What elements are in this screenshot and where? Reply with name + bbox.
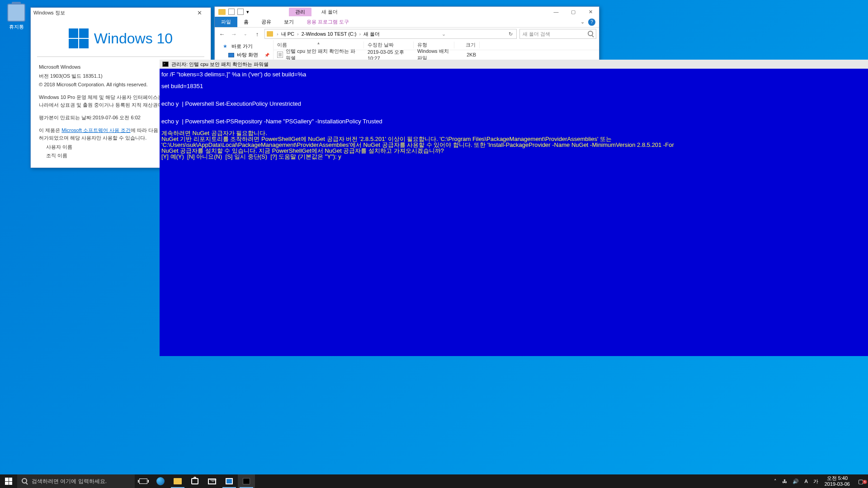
folder-icon (267, 31, 273, 37)
recycle-bin-icon (7, 4, 25, 22)
breadcrumb[interactable]: 내 PC (280, 31, 295, 38)
cmd-titlebar[interactable]: 관리자: 인텔 cpu 보안 패치 확인하는 파워쉘 (160, 60, 868, 69)
close-button[interactable]: ✕ (582, 9, 599, 15)
taskbar-edge[interactable] (152, 474, 169, 488)
winver-title: Windows 정보 (33, 9, 65, 16)
terminal-output[interactable]: for /F "tokens=3 delims=.]" %a in ('ver'… (160, 69, 868, 162)
table-row[interactable]: 인텔 cpu 보안 패치 확인하는 파워쉘 2019-03-05 오후 10:2… (274, 50, 599, 59)
forward-button[interactable]: → (229, 31, 238, 38)
task-view-button[interactable] (135, 474, 152, 488)
cmd-icon (243, 478, 250, 484)
tab-home[interactable]: 홈 (237, 17, 255, 27)
tray-overflow-icon[interactable]: ˄ (771, 479, 779, 484)
volume-icon[interactable]: 🔊 (790, 479, 802, 484)
desktop-icon (228, 53, 234, 57)
search-input[interactable]: 새 폴더 검색 (519, 29, 596, 39)
tab-share[interactable]: 공유 (255, 17, 278, 27)
minimize-button[interactable]: — (547, 9, 565, 15)
store-icon (191, 478, 198, 484)
search-icon (588, 31, 593, 37)
taskbar: 검색하려면 여기에 입력하세요. ˄ 🖧 🔊 A 가 오전 5:40 2019-… (0, 474, 868, 488)
search-icon (22, 478, 27, 485)
star-icon: ★ (223, 43, 229, 49)
windows-logo-area: Windows 10 (31, 18, 211, 56)
folder-icon (218, 9, 226, 15)
taskbar-store[interactable] (186, 474, 203, 488)
qat-dropdown[interactable]: ▾ (246, 9, 249, 15)
tab-app-tools[interactable]: 응용 프로그램 도구 (300, 17, 355, 27)
search-placeholder: 새 폴더 검색 (523, 31, 550, 38)
cmd-title: 관리자: 인텔 cpu 보안 패치 확인하는 파워쉘 (171, 61, 269, 68)
recycle-bin-label: 휴지통 (5, 23, 27, 30)
ribbon-tabs: 파일 홈 공유 보기 응용 프로그램 도구 ⌄ ? (215, 17, 599, 28)
col-name[interactable]: ▲이름 (274, 42, 364, 48)
col-date[interactable]: 수정한 날짜 (364, 42, 414, 48)
search-placeholder: 검색하려면 여기에 입력하세요. (32, 478, 107, 485)
quick-access-toolbar: ▾ (215, 9, 253, 15)
dropdown-icon[interactable]: ⌄ (441, 31, 447, 37)
clock-time: 오전 5:40 (825, 475, 850, 481)
sort-asc-icon: ▲ (317, 41, 321, 45)
tab-file[interactable]: 파일 (215, 17, 237, 27)
sidebar-item-desktop[interactable]: 바탕 화면 📌 (215, 51, 273, 59)
edge-icon (156, 477, 165, 485)
notification-badge: 5 (863, 480, 867, 484)
close-icon[interactable]: ✕ (191, 9, 208, 16)
notification-icon[interactable]: ▢5 (854, 478, 868, 485)
maximize-button[interactable]: ▢ (565, 9, 582, 15)
dropdown-icon[interactable]: ⌄ (241, 32, 250, 36)
taskbar-search[interactable]: 검색하려면 여기에 입력하세요. (17, 474, 135, 488)
taskbar-winver[interactable] (221, 474, 238, 488)
windows-icon (5, 478, 12, 485)
tab-view[interactable]: 보기 (278, 17, 300, 27)
task-view-icon (139, 479, 147, 484)
license-link[interactable]: Microsoft 소프트웨어 사용 조건 (61, 127, 131, 133)
taskbar-mail[interactable] (203, 474, 221, 488)
clock[interactable]: 오전 5:40 2019-03-06 (821, 475, 854, 487)
back-button[interactable]: ← (217, 31, 226, 38)
contextual-tab-label: 관리 (289, 8, 311, 16)
clock-date: 2019-03-06 (825, 481, 850, 487)
warning-text: 계속하려면 NuGet 공급자가 필요합니다. NuGet 기반 리포지토리를 … (161, 130, 866, 160)
windows-logo-icon (69, 28, 89, 48)
folder-icon (174, 478, 182, 484)
sidebar-item-quick-access[interactable]: ★ 바로 가기 (215, 42, 273, 51)
col-size[interactable]: 크기 (454, 42, 480, 48)
pin-icon: 📌 (264, 53, 269, 57)
recycle-bin[interactable]: 휴지통 (5, 4, 27, 30)
breadcrumb[interactable]: 2-Windows 10 TEST (C:) (301, 31, 358, 37)
ime-korean-icon[interactable]: 가 (811, 478, 821, 485)
breadcrumb[interactable]: 새 폴더 (363, 31, 381, 38)
help-icon[interactable]: ? (588, 19, 595, 26)
window-title: 새 폴더 (315, 8, 344, 16)
windows-logo-text: Windows 10 (94, 30, 173, 47)
qat-btn[interactable] (237, 9, 244, 15)
network-icon[interactable]: 🖧 (779, 479, 790, 484)
mail-icon (208, 479, 216, 484)
system-tray: ˄ 🖧 🔊 A 가 오전 5:40 2019-03-06 ▢5 (771, 474, 868, 488)
address-bar[interactable]: › 내 PC › 2-Windows 10 TEST (C:) › 새 폴더 ⌄… (264, 29, 517, 39)
start-button[interactable] (0, 474, 17, 488)
ribbon-expand-icon[interactable]: ⌄ (577, 19, 588, 25)
batch-file-icon (277, 52, 283, 58)
winver-titlebar[interactable]: Windows 정보 ✕ (31, 8, 211, 18)
explorer-titlebar[interactable]: ▾ 관리 새 폴더 — ▢ ✕ (215, 7, 599, 17)
taskbar-cmd[interactable] (238, 474, 255, 488)
cmd-window: 관리자: 인텔 cpu 보안 패치 확인하는 파워쉘 for /F "token… (160, 60, 868, 356)
col-type[interactable]: 유형 (414, 42, 454, 48)
ime-a-icon[interactable]: A (802, 479, 810, 484)
up-button[interactable]: ↑ (253, 31, 262, 38)
refresh-icon[interactable]: ↻ (507, 31, 514, 37)
taskbar-explorer[interactable] (169, 474, 186, 488)
explorer-navbar: ← → ⌄ ↑ › 내 PC › 2-Windows 10 TEST (C:) … (215, 28, 599, 40)
qat-btn[interactable] (228, 9, 235, 15)
window-icon (226, 478, 233, 484)
cmd-icon (162, 61, 169, 67)
